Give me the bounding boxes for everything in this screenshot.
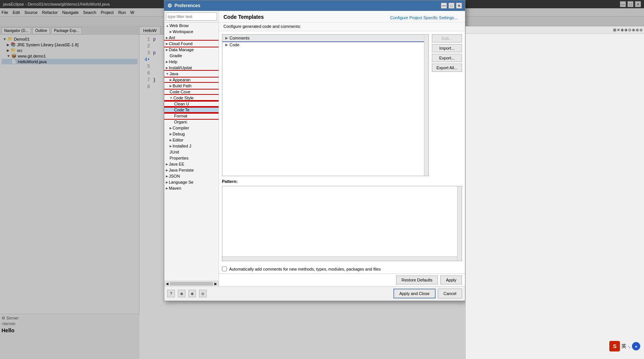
expand-icon: ▶	[166, 66, 168, 70]
pref-item-codetemplates[interactable]: Code Te	[164, 107, 219, 113]
filter-input[interactable]	[166, 12, 217, 21]
pref-item-label: Build Path	[173, 84, 191, 88]
pref-item-label: Data Manage	[169, 47, 194, 52]
dialog-minimize[interactable]: —	[441, 3, 447, 9]
pattern-section: Pattern:	[219, 179, 465, 264]
sidebar-scrollbar[interactable]: ◀ ▶	[164, 281, 219, 286]
pattern-scrollbar-right[interactable]	[457, 186, 462, 261]
pref-item-javaee[interactable]: ▶ Java EE	[164, 161, 219, 167]
pref-item-label: Gradle	[170, 53, 182, 58]
pref-item-java[interactable]: ▼ Java	[164, 71, 219, 77]
template-item-code[interactable]: ▶ Code	[222, 41, 428, 48]
pref-item-ant[interactable]: ▶ Ant	[164, 35, 219, 41]
ime-dot: ·,	[628, 344, 630, 349]
right-icon-7[interactable]: ⊜	[636, 28, 639, 32]
scroll-left[interactable]: ◀	[166, 282, 168, 286]
pref-item-appearance[interactable]: ▶ Appearan	[164, 77, 219, 83]
pref-description: Configure generated code and comments:	[219, 23, 465, 31]
pref-item-label: Appearan	[173, 78, 191, 82]
dialog-close[interactable]: ✕	[456, 3, 462, 9]
pref-item-json[interactable]: ▶ JSON	[164, 173, 219, 179]
pref-item-help[interactable]: ▶ Help	[164, 59, 219, 65]
expand-icon: ▼	[166, 72, 169, 76]
templates-scrollbar[interactable]	[424, 35, 428, 176]
apply-button[interactable]: Apply	[440, 275, 462, 284]
right-icon-5[interactable]: ⊙	[628, 28, 631, 32]
pattern-scrollbar-bottom[interactable]	[222, 256, 457, 261]
template-label: Comments	[229, 36, 249, 40]
dialog-title-buttons: — □ ✕	[441, 3, 462, 9]
pref-item-label: Organi:	[174, 120, 188, 124]
configure-link[interactable]: Configure Project Specific Settings...	[387, 14, 460, 21]
export-button[interactable]: Export...	[432, 54, 462, 62]
templates-buttons: Edit... Import... Export... Export All..…	[432, 34, 462, 176]
right-icon-8[interactable]: ⊝	[639, 28, 642, 32]
pref-main-area: ▶ Comments ▶ Code	[219, 31, 465, 179]
pref-item-label: Properties	[170, 156, 188, 160]
pref-item-javapersist[interactable]: ▶ Java Persiste	[164, 167, 219, 173]
import-button[interactable]: Import...	[432, 44, 462, 52]
pref-item-label: Language Se	[169, 180, 193, 184]
template-item-comments[interactable]: ▶ Comments	[222, 35, 428, 41]
pref-item-buildpath[interactable]: ▶ Build Path	[164, 83, 219, 89]
expand-icon: ▶	[166, 36, 168, 40]
help-icon[interactable]: ?	[167, 290, 175, 297]
apply-close-button[interactable]: Apply and Close	[393, 289, 436, 298]
pref-item-gradle[interactable]: Gradle	[164, 53, 219, 59]
pref-item-workspace[interactable]: ▶ Workspace	[164, 29, 219, 35]
pattern-textarea[interactable]	[222, 186, 457, 256]
pref-content-header: Code Templates Configure Project Specifi…	[219, 11, 465, 23]
icon4[interactable]: ⊙	[199, 290, 207, 297]
pref-item-label: Format	[174, 114, 187, 118]
pref-item-label: Code Cove	[170, 90, 190, 94]
footer-icons: ? ⊕ ⊗ ⊙	[167, 290, 207, 297]
pref-item-label: Java	[170, 71, 178, 76]
pref-item-label: Code Style	[173, 96, 194, 100]
pref-item-installupdate[interactable]: ▶ Install/Updat	[164, 65, 219, 71]
pref-item-label: Install/Updat	[169, 65, 192, 70]
expand-icon: ▲	[166, 24, 169, 27]
checkbox-label: Automatically add comments for new metho…	[229, 267, 381, 271]
dialog-maximize[interactable]: □	[448, 3, 454, 9]
pref-item-languagese[interactable]: ▶ Language Se	[164, 179, 219, 185]
pref-item-cleanu[interactable]: Clean U	[164, 101, 219, 107]
pref-item-compiler[interactable]: ▶ Compiler	[164, 125, 219, 131]
footer-buttons: Apply and Close Cancel	[393, 289, 462, 298]
edit-button[interactable]: Edit...	[432, 34, 462, 43]
pref-item-datamanage[interactable]: ▶ Data Manage	[164, 47, 219, 53]
pref-item-properties[interactable]: Properties	[164, 155, 219, 161]
right-icon-3[interactable]: ⊕	[621, 28, 624, 32]
expand-icon: ▶	[170, 145, 172, 148]
pref-item-junit[interactable]: JUnit	[164, 149, 219, 155]
pref-item-installedj[interactable]: ▶ Installed J	[164, 143, 219, 149]
pref-item-webbrow[interactable]: ▲ Web Brow	[164, 23, 219, 29]
export-all-button[interactable]: Export All...	[432, 64, 462, 72]
pref-item-editor[interactable]: ▶ Editor	[164, 137, 219, 143]
right-icon-2[interactable]: ✕	[617, 28, 620, 32]
icon3[interactable]: ⊗	[188, 290, 196, 297]
pref-item-format[interactable]: Format	[164, 113, 219, 119]
pref-item-organize[interactable]: Organi:	[164, 119, 219, 125]
expand-icon: ▶	[166, 187, 168, 190]
icon2[interactable]: ⊕	[178, 290, 185, 297]
pref-item-codestyle[interactable]: ▼ Code Style	[164, 95, 219, 101]
pref-item-label: Clean U	[174, 102, 189, 106]
preferences-sidebar: ▲ Web Brow ▶ Workspace ▶ Ant ▶	[164, 11, 219, 286]
preferences-tree: ▲ Web Brow ▶ Workspace ▶ Ant ▶	[164, 23, 219, 281]
pref-item-cloudfound[interactable]: ▶ Cloud Found	[164, 41, 219, 47]
right-icon-1[interactable]: ⊞	[613, 28, 616, 32]
expand-icon: ▶	[170, 132, 172, 136]
pref-item-debug[interactable]: ▶ Debug	[164, 131, 219, 137]
restore-defaults-button[interactable]: Restore Defaults	[396, 275, 438, 284]
pref-item-maven[interactable]: ▶ Maven	[164, 185, 219, 191]
ime-label: 英	[621, 343, 626, 350]
expand-icon: ▶	[166, 181, 168, 184]
pref-item-label: Help	[169, 59, 177, 64]
templates-container: ▶ Comments ▶ Code	[222, 34, 429, 176]
pref-item-codecoverage[interactable]: Code Cove	[164, 89, 219, 95]
cancel-button[interactable]: Cancel	[438, 289, 462, 298]
right-icon-4[interactable]: ⊗	[624, 28, 627, 32]
auto-comment-checkbox[interactable]	[222, 266, 227, 271]
scroll-right[interactable]: ▶	[214, 282, 217, 286]
right-icon-6[interactable]: ⊛	[632, 28, 635, 32]
